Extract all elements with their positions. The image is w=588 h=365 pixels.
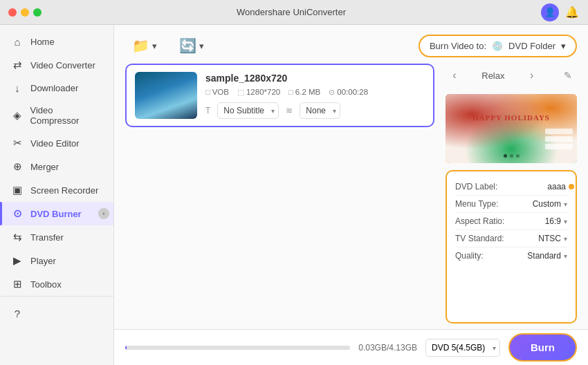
format-icon: □ <box>205 88 210 96</box>
dvd-label-indicator <box>569 184 574 189</box>
dvd-type-select[interactable]: DVD 5(4.5GB) <box>425 339 500 357</box>
resolution-icon: ⬚ <box>237 88 244 97</box>
sidebar-bottom: ? <box>0 296 113 325</box>
file-thumbnail <box>135 72 197 119</box>
file-size: □ 6.2 MB <box>288 88 320 96</box>
menu-line-3 <box>545 144 573 149</box>
sidebar-item-home[interactable]: ⌂ Home <box>0 30 113 53</box>
player-icon: ▶ <box>11 254 24 267</box>
sidebar-item-merger[interactable]: ⊕ Merger <box>0 155 113 178</box>
menu-type-value-container[interactable]: Custom ▾ <box>533 199 567 209</box>
quality-value: Standard <box>527 251 561 261</box>
sidebar-item-help[interactable]: ? <box>0 302 113 325</box>
sidebar-item-video-converter[interactable]: ⇄ Video Converter <box>0 53 113 77</box>
aspect-ratio-key: Aspect Ratio: <box>455 216 511 226</box>
aspect-ratio-row: Aspect Ratio: 16:9 ▾ <box>455 213 567 230</box>
sidebar-label-toolbox: Toolbox <box>30 279 62 290</box>
menu-type-caret[interactable]: ▾ <box>564 200 567 208</box>
tv-standard-caret[interactable]: ▾ <box>564 235 567 243</box>
menu-type-row: Menu Type: Custom ▾ <box>455 196 567 213</box>
file-controls: T No Subtitle ≋ None <box>205 102 425 119</box>
file-meta: □ VOB ⬚ 1280*720 □ 6.2 MB <box>205 88 425 97</box>
sidebar-item-toolbox[interactable]: ⊞ Toolbox <box>0 272 113 296</box>
minimize-dot[interactable] <box>21 8 29 17</box>
help-icon: ? <box>11 308 24 319</box>
sidebar-item-screen-recorder[interactable]: ▣ Screen Recorder <box>0 178 113 202</box>
menu-type-key: Menu Type: <box>455 199 511 209</box>
sidebar-item-transfer[interactable]: ⇆ Transfer <box>0 225 113 249</box>
preview-edit-button[interactable]: ✎ <box>559 66 577 84</box>
aspect-ratio-value-container[interactable]: 16:9 ▾ <box>545 216 567 226</box>
quality-key: Quality: <box>455 251 511 261</box>
add-video-icon: 📁 <box>132 37 149 54</box>
quality-caret[interactable]: ▾ <box>564 252 567 260</box>
dvd-label-key: DVD Label: <box>455 182 511 191</box>
preview-next-button[interactable]: › <box>523 66 541 84</box>
dvd-label-value-container <box>511 182 574 191</box>
sidebar-label-dvd-burner: DVD Burner <box>30 209 82 219</box>
storage-text: 0.03GB/4.13GB <box>358 343 417 353</box>
progress-bar-fill <box>125 346 127 350</box>
toolbar: 📁 ▾ 🔄 ▾ Burn Video to: 💿 DVD Folder ▾ <box>114 25 588 64</box>
holiday-text: HAPPY HOLIDAYS <box>445 113 577 122</box>
progress-bar-container <box>125 346 350 350</box>
sidebar-label-compressor: Video Compressor <box>30 105 102 126</box>
content-body: sample_1280x720 □ VOB ⬚ 1280*720 <box>114 64 588 329</box>
tv-standard-row: TV Standard: NTSC ▾ <box>455 230 567 247</box>
sidebar-item-player[interactable]: ▶ Player <box>0 249 113 272</box>
sidebar-item-video-editor[interactable]: ✂ Video Editor <box>0 131 113 155</box>
prev-arrow-icon: ‹ <box>452 69 456 82</box>
collapse-icon[interactable]: ‹ <box>98 208 109 219</box>
audio-select[interactable]: None <box>300 102 340 119</box>
close-dot[interactable] <box>8 8 17 17</box>
tv-standard-value: NTSC <box>538 234 561 243</box>
notification-bell[interactable]: 🔔 <box>564 5 580 20</box>
preview-nav: ‹ Relax › ✎ <box>445 64 577 87</box>
tv-standard-value-container[interactable]: NTSC ▾ <box>538 234 567 243</box>
dvd-settings-panel: DVD Label: Menu Type: Custom ▾ <box>445 170 577 324</box>
file-list-area: sample_1280x720 □ VOB ⬚ 1280*720 <box>125 64 434 329</box>
sidebar-label-editor: Video Editor <box>30 138 80 149</box>
preview-dot-2 <box>510 154 513 158</box>
audio-icon: ≋ <box>286 106 293 115</box>
thumbnail-image <box>135 72 197 119</box>
window-controls[interactable] <box>8 8 42 17</box>
subtitle-select[interactable]: No Subtitle <box>217 102 279 119</box>
toolbar-right: Burn Video to: 💿 DVD Folder ▾ <box>419 35 577 57</box>
quality-value-container[interactable]: Standard ▾ <box>527 251 567 261</box>
burn-destination-button[interactable]: Burn Video to: 💿 DVD Folder ▾ <box>419 35 577 57</box>
sidebar-label-home: Home <box>30 37 55 47</box>
sidebar-label-video-converter: Video Converter <box>30 60 95 71</box>
quality-row: Quality: Standard ▾ <box>455 247 567 264</box>
add-chapter-button[interactable]: 🔄 ▾ <box>172 33 211 58</box>
duration-icon: ⊙ <box>329 88 335 97</box>
downloader-icon: ↓ <box>11 82 24 94</box>
tv-standard-key: TV Standard: <box>455 234 511 243</box>
user-avatar[interactable]: 👤 <box>541 3 559 21</box>
audio-select-wrapper[interactable]: None <box>300 102 340 119</box>
sidebar-item-video-compressor[interactable]: ◈ Video Compressor <box>0 100 113 131</box>
file-info: sample_1280x720 □ VOB ⬚ 1280*720 <box>205 73 425 119</box>
sidebar-label-downloader: Downloader <box>30 83 78 93</box>
burn-button[interactable]: Burn <box>508 333 577 362</box>
toolbox-icon: ⊞ <box>11 278 24 290</box>
home-icon: ⌂ <box>11 36 24 48</box>
next-arrow-icon: › <box>530 69 533 82</box>
file-duration-value: 00:00:28 <box>337 88 368 96</box>
burn-destination-value: DVD Folder <box>508 41 555 51</box>
preview-prev-button[interactable]: ‹ <box>445 66 463 84</box>
right-panel: ‹ Relax › ✎ HAPPY HOLIDAYS <box>445 64 577 329</box>
add-video-button[interactable]: 📁 ▾ <box>125 33 164 58</box>
file-format-value: VOB <box>212 88 229 96</box>
dvd-label-input[interactable] <box>511 182 566 191</box>
sidebar-item-downloader[interactable]: ↓ Downloader <box>0 77 113 100</box>
dvd-label-row: DVD Label: <box>455 178 567 196</box>
sidebar-item-dvd-burner[interactable]: ⊙ DVD Burner ‹ <box>0 202 113 225</box>
subtitle-select-wrapper[interactable]: No Subtitle <box>217 102 279 119</box>
aspect-ratio-caret[interactable]: ▾ <box>564 218 567 225</box>
file-card: sample_1280x720 □ VOB ⬚ 1280*720 <box>125 64 434 127</box>
maximize-dot[interactable] <box>33 8 42 17</box>
dvd-type-select-wrapper[interactable]: DVD 5(4.5GB) <box>425 339 500 357</box>
sidebar: ⌂ Home ⇄ Video Converter ↓ Downloader ◈ … <box>0 25 114 365</box>
preview-menu-lines <box>545 129 573 149</box>
